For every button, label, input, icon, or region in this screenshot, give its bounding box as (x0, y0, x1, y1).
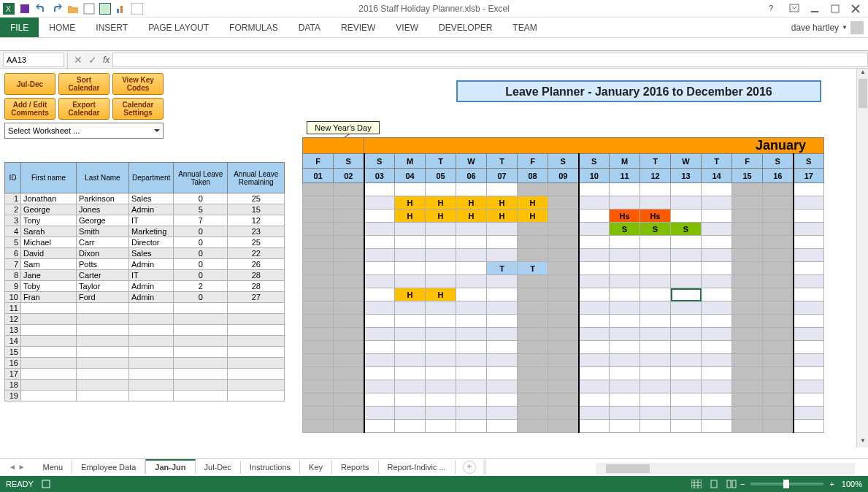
calendar-cell[interactable] (426, 380, 456, 393)
user-account[interactable]: dave hartley ▼ (791, 18, 868, 37)
calendar-cell[interactable] (364, 420, 395, 433)
calendar-cell[interactable] (702, 367, 732, 380)
calendar-cell[interactable] (579, 210, 610, 223)
calendar-cell[interactable]: H (518, 210, 548, 223)
calendar-cell[interactable] (794, 328, 824, 341)
calendar-cell[interactable] (671, 407, 702, 420)
calendar-cell[interactable] (671, 288, 702, 301)
calendar-cell[interactable] (548, 196, 579, 210)
calendar-row[interactable]: TT (303, 262, 824, 275)
calendar-cell[interactable] (426, 354, 456, 367)
calendar-cell[interactable] (364, 210, 395, 223)
staff-row-empty[interactable]: 12 (5, 314, 285, 325)
calendar-cell[interactable] (763, 210, 794, 223)
calendar-cell[interactable] (487, 367, 518, 380)
zoom-slider[interactable] (750, 483, 823, 485)
add-sheet-button[interactable]: + (463, 461, 476, 474)
calendar-cell[interactable] (732, 367, 763, 380)
calendar-cell[interactable] (456, 288, 487, 301)
calendar-cell[interactable] (579, 183, 610, 196)
calendar-cell[interactable] (794, 354, 824, 367)
calendar-cell[interactable] (702, 249, 732, 262)
calendar-cell[interactable] (426, 275, 456, 288)
calendar-cell[interactable] (640, 275, 671, 288)
calendar-cell[interactable] (610, 301, 640, 315)
calendar-cell[interactable] (303, 249, 334, 262)
calendar-cell[interactable] (548, 301, 579, 315)
staff-row-empty[interactable]: 19 (5, 391, 285, 401)
calendar-cell[interactable] (610, 393, 640, 407)
calendar-row[interactable]: HH (303, 288, 824, 301)
calendar-cell[interactable] (487, 420, 518, 433)
calendar-cell[interactable] (794, 236, 824, 249)
calendar-cell[interactable] (364, 407, 395, 420)
calendar-cell[interactable] (426, 236, 456, 249)
calendar-cell[interactable] (364, 341, 395, 354)
calendar-cell[interactable] (579, 328, 610, 341)
calendar-cell[interactable]: Hs (610, 210, 640, 223)
ribbon-tab-insert[interactable]: INSERT (85, 18, 138, 37)
calendar-cell[interactable] (518, 288, 548, 301)
file-tab[interactable]: FILE (0, 18, 39, 37)
calendar-cell[interactable] (548, 288, 579, 301)
calendar-cell[interactable] (487, 328, 518, 341)
calendar-cell[interactable] (303, 393, 334, 407)
calendar-cell[interactable] (303, 288, 334, 301)
calendar-cell[interactable] (364, 183, 395, 196)
calendar-cell[interactable] (763, 196, 794, 210)
calendar-cell[interactable] (763, 354, 794, 367)
calendar-cell[interactable] (794, 183, 824, 196)
calendar-cell[interactable] (579, 407, 610, 420)
calendar-cell[interactable] (334, 210, 364, 223)
ribbon-tab-data[interactable]: DATA (288, 18, 331, 37)
calendar-cell[interactable] (548, 341, 579, 354)
calendar-cell[interactable] (426, 223, 456, 236)
calendar-cell[interactable] (640, 393, 671, 407)
calendar-cell[interactable] (456, 223, 487, 236)
calendar-cell[interactable] (671, 196, 702, 210)
calendar-cell[interactable] (487, 315, 518, 328)
calendar-cell[interactable] (610, 380, 640, 393)
calendar-cell[interactable] (518, 367, 548, 380)
calendar-cell[interactable] (640, 341, 671, 354)
calendar-cell[interactable] (610, 354, 640, 367)
calendar-cell[interactable] (610, 341, 640, 354)
calendar-cell[interactable] (487, 407, 518, 420)
calendar-cell[interactable]: S (640, 223, 671, 236)
calendar-cell[interactable] (671, 354, 702, 367)
calendar-cell[interactable] (334, 301, 364, 315)
calendar-cell[interactable] (334, 328, 364, 341)
ribbon-tab-page-layout[interactable]: PAGE LAYOUT (138, 18, 219, 37)
calendar-cell[interactable] (456, 341, 487, 354)
staff-row[interactable]: 9 TobyTaylorAdmin 228 (5, 281, 285, 292)
ribbon-tab-developer[interactable]: DEVELOPER (429, 18, 502, 37)
calendar-cell[interactable] (364, 196, 395, 210)
calendar-cell[interactable] (334, 341, 364, 354)
calendar-cell[interactable] (610, 420, 640, 433)
calendar-cell[interactable] (395, 315, 426, 328)
staff-row[interactable]: 5 MichaelCarrDirector 025 (5, 237, 285, 248)
calendar-cell[interactable] (794, 420, 824, 433)
ribbon-tab-team[interactable]: TEAM (502, 18, 547, 37)
calendar-cell[interactable] (671, 420, 702, 433)
calendar-cell[interactable] (456, 354, 487, 367)
calendar-cell[interactable] (763, 249, 794, 262)
fx-icon[interactable]: fx (103, 55, 110, 65)
calendar-cell[interactable] (732, 407, 763, 420)
calendar-cell[interactable] (794, 315, 824, 328)
calendar-cell[interactable] (456, 275, 487, 288)
calendar-cell[interactable] (364, 275, 395, 288)
calendar-cell[interactable] (518, 354, 548, 367)
calendar-cell[interactable] (579, 393, 610, 407)
calendar-cell[interactable] (456, 183, 487, 196)
zoom-level[interactable]: 100% (842, 480, 862, 488)
calendar-cell[interactable] (702, 354, 732, 367)
calendar-cell[interactable] (610, 236, 640, 249)
calendar-cell[interactable] (518, 249, 548, 262)
calendar-cell[interactable] (763, 183, 794, 196)
calendar-cell[interactable] (671, 275, 702, 288)
calendar-cell[interactable] (395, 236, 426, 249)
calendar-cell[interactable] (794, 407, 824, 420)
zoom-out-button[interactable]: − (740, 480, 745, 488)
macro-button-view-key-codes[interactable]: View Key Codes (112, 73, 164, 95)
